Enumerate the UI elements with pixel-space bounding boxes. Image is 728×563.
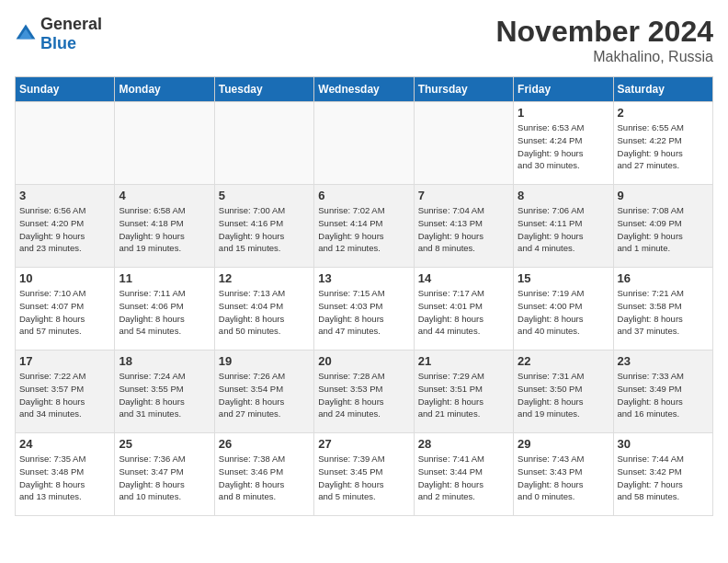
day-info: Sunrise: 6:56 AMSunset: 4:20 PMDaylight:…: [19, 204, 110, 255]
day-number: 2: [618, 106, 709, 120]
calendar-cell: 29Sunrise: 7:43 AMSunset: 3:43 PMDayligh…: [514, 433, 613, 516]
location-title: Makhalino, Russia: [495, 49, 713, 65]
calendar-cell: 11Sunrise: 7:11 AMSunset: 4:06 PMDayligh…: [115, 268, 214, 350]
day-info: Sunrise: 7:08 AMSunset: 4:09 PMDaylight:…: [618, 204, 709, 255]
day-number: 18: [119, 354, 210, 368]
day-number: 25: [119, 437, 210, 451]
calendar-cell: 24Sunrise: 7:35 AMSunset: 3:48 PMDayligh…: [16, 433, 115, 516]
day-info: Sunrise: 7:22 AMSunset: 3:57 PMDaylight:…: [19, 370, 110, 420]
calendar-cell: 18Sunrise: 7:24 AMSunset: 3:55 PMDayligh…: [115, 350, 214, 433]
day-number: 12: [219, 271, 310, 285]
day-info: Sunrise: 7:39 AMSunset: 3:45 PMDaylight:…: [318, 453, 409, 503]
day-number: 16: [618, 271, 709, 285]
logo-blue: Blue: [40, 34, 76, 52]
day-info: Sunrise: 7:31 AMSunset: 3:50 PMDaylight:…: [518, 370, 609, 420]
day-info: Sunrise: 7:24 AMSunset: 3:55 PMDaylight:…: [119, 370, 210, 420]
calendar-cell: 13Sunrise: 7:15 AMSunset: 4:03 PMDayligh…: [314, 268, 414, 350]
day-info: Sunrise: 7:36 AMSunset: 3:47 PMDaylight:…: [119, 453, 210, 503]
day-number: 19: [219, 354, 310, 368]
calendar-cell: 3Sunrise: 6:56 AMSunset: 4:20 PMDaylight…: [16, 185, 115, 268]
calendar-cell: [115, 102, 214, 185]
calendar-cell: 9Sunrise: 7:08 AMSunset: 4:09 PMDaylight…: [613, 185, 712, 268]
day-number: 5: [219, 189, 310, 202]
day-info: Sunrise: 7:10 AMSunset: 4:07 PMDaylight:…: [19, 287, 110, 338]
calendar-cell: 2Sunrise: 6:55 AMSunset: 4:22 PMDaylight…: [613, 102, 712, 185]
day-number: 15: [518, 271, 609, 285]
day-number: 3: [19, 189, 110, 202]
calendar-cell: [414, 102, 513, 185]
week-row-0: 1Sunrise: 6:53 AMSunset: 4:24 PMDaylight…: [16, 102, 713, 185]
day-number: 27: [318, 437, 409, 451]
day-info: Sunrise: 7:38 AMSunset: 3:46 PMDaylight:…: [219, 453, 310, 503]
day-info: Sunrise: 7:26 AMSunset: 3:54 PMDaylight:…: [219, 370, 310, 420]
calendar-cell: 25Sunrise: 7:36 AMSunset: 3:47 PMDayligh…: [115, 433, 214, 516]
calendar-cell: [314, 102, 414, 185]
calendar-cell: 20Sunrise: 7:28 AMSunset: 3:53 PMDayligh…: [314, 350, 414, 433]
day-info: Sunrise: 7:19 AMSunset: 4:00 PMDaylight:…: [518, 287, 609, 338]
day-info: Sunrise: 7:00 AMSunset: 4:16 PMDaylight:…: [219, 204, 310, 255]
day-number: 4: [119, 189, 210, 202]
day-info: Sunrise: 7:04 AMSunset: 4:13 PMDaylight:…: [418, 204, 509, 255]
calendar-cell: 21Sunrise: 7:29 AMSunset: 3:51 PMDayligh…: [414, 350, 513, 433]
calendar-cell: 30Sunrise: 7:44 AMSunset: 3:42 PMDayligh…: [613, 433, 712, 516]
calendar-cell: 1Sunrise: 6:53 AMSunset: 4:24 PMDaylight…: [514, 102, 613, 185]
calendar-cell: 10Sunrise: 7:10 AMSunset: 4:07 PMDayligh…: [16, 268, 115, 350]
day-number: 28: [418, 437, 509, 451]
day-info: Sunrise: 7:11 AMSunset: 4:06 PMDaylight:…: [119, 287, 210, 338]
logo-general: General: [40, 15, 102, 33]
month-title: November 2024: [495, 15, 713, 49]
calendar-table: SundayMondayTuesdayWednesdayThursdayFrid…: [15, 76, 713, 516]
day-info: Sunrise: 7:15 AMSunset: 4:03 PMDaylight:…: [318, 287, 409, 338]
week-row-2: 10Sunrise: 7:10 AMSunset: 4:07 PMDayligh…: [16, 268, 713, 350]
calendar-cell: 15Sunrise: 7:19 AMSunset: 4:00 PMDayligh…: [514, 268, 613, 350]
calendar-cell: 23Sunrise: 7:33 AMSunset: 3:49 PMDayligh…: [613, 350, 712, 433]
calendar-cell: 7Sunrise: 7:04 AMSunset: 4:13 PMDaylight…: [414, 185, 513, 268]
calendar-cell: 5Sunrise: 7:00 AMSunset: 4:16 PMDaylight…: [214, 185, 313, 268]
calendar-cell: 19Sunrise: 7:26 AMSunset: 3:54 PMDayligh…: [214, 350, 313, 433]
header-tuesday: Tuesday: [214, 77, 313, 102]
day-number: 17: [19, 354, 110, 368]
calendar-cell: 12Sunrise: 7:13 AMSunset: 4:04 PMDayligh…: [214, 268, 313, 350]
header-monday: Monday: [115, 77, 214, 102]
calendar-header-row: SundayMondayTuesdayWednesdayThursdayFrid…: [16, 77, 713, 102]
day-info: Sunrise: 7:17 AMSunset: 4:01 PMDaylight:…: [418, 287, 509, 338]
day-number: 21: [418, 354, 509, 368]
week-row-4: 24Sunrise: 7:35 AMSunset: 3:48 PMDayligh…: [16, 433, 713, 516]
day-info: Sunrise: 6:53 AMSunset: 4:24 PMDaylight:…: [518, 121, 609, 172]
week-row-3: 17Sunrise: 7:22 AMSunset: 3:57 PMDayligh…: [16, 350, 713, 433]
day-info: Sunrise: 7:43 AMSunset: 3:43 PMDaylight:…: [518, 453, 609, 503]
title-block: November 2024 Makhalino, Russia: [495, 15, 713, 65]
day-info: Sunrise: 7:13 AMSunset: 4:04 PMDaylight:…: [219, 287, 310, 338]
day-info: Sunrise: 7:33 AMSunset: 3:49 PMDaylight:…: [618, 370, 709, 420]
calendar-cell: 8Sunrise: 7:06 AMSunset: 4:11 PMDaylight…: [514, 185, 613, 268]
page-header: General Blue November 2024 Makhalino, Ru…: [15, 15, 713, 65]
calendar-cell: 28Sunrise: 7:41 AMSunset: 3:44 PMDayligh…: [414, 433, 513, 516]
calendar-cell: 26Sunrise: 7:38 AMSunset: 3:46 PMDayligh…: [214, 433, 313, 516]
day-number: 1: [518, 106, 609, 120]
day-number: 14: [418, 271, 509, 285]
calendar-cell: 16Sunrise: 7:21 AMSunset: 3:58 PMDayligh…: [613, 268, 712, 350]
header-wednesday: Wednesday: [314, 77, 414, 102]
calendar-cell: 22Sunrise: 7:31 AMSunset: 3:50 PMDayligh…: [514, 350, 613, 433]
calendar-cell: 14Sunrise: 7:17 AMSunset: 4:01 PMDayligh…: [414, 268, 513, 350]
day-number: 26: [219, 437, 310, 451]
day-number: 29: [518, 437, 609, 451]
day-info: Sunrise: 6:58 AMSunset: 4:18 PMDaylight:…: [119, 204, 210, 255]
day-info: Sunrise: 7:44 AMSunset: 3:42 PMDaylight:…: [618, 453, 709, 503]
day-info: Sunrise: 7:35 AMSunset: 3:48 PMDaylight:…: [19, 453, 110, 503]
week-row-1: 3Sunrise: 6:56 AMSunset: 4:20 PMDaylight…: [16, 185, 713, 268]
day-number: 30: [618, 437, 709, 451]
day-number: 23: [618, 354, 709, 368]
calendar-cell: 17Sunrise: 7:22 AMSunset: 3:57 PMDayligh…: [16, 350, 115, 433]
day-info: Sunrise: 7:06 AMSunset: 4:11 PMDaylight:…: [518, 204, 609, 255]
header-sunday: Sunday: [16, 77, 115, 102]
day-number: 10: [19, 271, 110, 285]
day-number: 24: [19, 437, 110, 451]
calendar-cell: [16, 102, 115, 185]
calendar-cell: 4Sunrise: 6:58 AMSunset: 4:18 PMDaylight…: [115, 185, 214, 268]
day-info: Sunrise: 7:29 AMSunset: 3:51 PMDaylight:…: [418, 370, 509, 420]
day-info: Sunrise: 7:41 AMSunset: 3:44 PMDaylight:…: [418, 453, 509, 503]
day-info: Sunrise: 7:21 AMSunset: 3:58 PMDaylight:…: [618, 287, 709, 338]
calendar-cell: 27Sunrise: 7:39 AMSunset: 3:45 PMDayligh…: [314, 433, 414, 516]
day-number: 6: [318, 189, 409, 202]
